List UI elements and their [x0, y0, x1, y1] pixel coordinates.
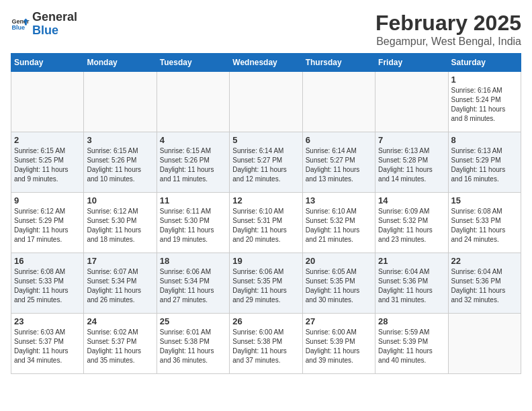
calendar-cell: 10Sunrise: 6:12 AM Sunset: 5:30 PM Dayli… [84, 193, 157, 253]
day-info: Sunrise: 6:15 AM Sunset: 5:26 PM Dayligh… [160, 146, 226, 184]
day-number: 17 [87, 256, 153, 266]
day-info: Sunrise: 6:07 AM Sunset: 5:34 PM Dayligh… [87, 267, 153, 305]
calendar-cell: 8Sunrise: 6:13 AM Sunset: 5:29 PM Daylig… [448, 132, 521, 193]
calendar-cell: 26Sunrise: 6:00 AM Sunset: 5:38 PM Dayli… [230, 314, 302, 374]
svg-text:Blue: Blue [11, 24, 25, 31]
day-of-week-header: Friday [375, 54, 448, 72]
day-info: Sunrise: 6:10 AM Sunset: 5:31 PM Dayligh… [232, 207, 299, 244]
day-info: Sunrise: 6:06 AM Sunset: 5:34 PM Dayligh… [160, 267, 226, 305]
calendar-cell: 11Sunrise: 6:11 AM Sunset: 5:30 PM Dayli… [157, 193, 229, 253]
day-number: 24 [87, 316, 153, 326]
logo: General Blue General Blue [11, 11, 77, 38]
day-info: Sunrise: 6:04 AM Sunset: 5:36 PM Dayligh… [378, 267, 445, 305]
day-number: 11 [160, 195, 226, 205]
day-info: Sunrise: 6:10 AM Sunset: 5:32 PM Dayligh… [306, 207, 372, 244]
calendar-cell: 5Sunrise: 6:14 AM Sunset: 5:27 PM Daylig… [230, 132, 302, 193]
day-number: 22 [451, 256, 518, 266]
calendar-cell: 25Sunrise: 6:01 AM Sunset: 5:38 PM Dayli… [157, 314, 229, 374]
day-of-week-header: Wednesday [230, 54, 302, 72]
calendar-cell: 3Sunrise: 6:15 AM Sunset: 5:26 PM Daylig… [84, 132, 157, 193]
calendar-table: SundayMondayTuesdayWednesdayThursdayFrid… [11, 53, 521, 374]
calendar-cell: 17Sunrise: 6:07 AM Sunset: 5:34 PM Dayli… [84, 253, 157, 314]
day-number: 6 [306, 135, 372, 145]
calendar-cell: 18Sunrise: 6:06 AM Sunset: 5:34 PM Dayli… [157, 253, 229, 314]
day-number: 10 [87, 195, 153, 205]
calendar-cell: 22Sunrise: 6:04 AM Sunset: 5:36 PM Dayli… [448, 253, 521, 314]
day-of-week-header: Saturday [448, 54, 521, 72]
day-info: Sunrise: 6:13 AM Sunset: 5:28 PM Dayligh… [378, 146, 445, 184]
calendar-cell [448, 314, 521, 374]
day-info: Sunrise: 6:14 AM Sunset: 5:27 PM Dayligh… [232, 146, 299, 184]
day-of-week-header: Thursday [302, 54, 375, 72]
day-number: 8 [451, 135, 518, 145]
day-info: Sunrise: 6:13 AM Sunset: 5:29 PM Dayligh… [451, 146, 518, 184]
day-number: 3 [87, 135, 153, 145]
day-number: 27 [306, 316, 372, 326]
header: General Blue General Blue February 2025 … [11, 11, 521, 48]
day-info: Sunrise: 6:08 AM Sunset: 5:33 PM Dayligh… [14, 267, 81, 305]
calendar-cell: 2Sunrise: 6:15 AM Sunset: 5:25 PM Daylig… [11, 132, 84, 193]
calendar-cell: 6Sunrise: 6:14 AM Sunset: 5:27 PM Daylig… [302, 132, 375, 193]
day-info: Sunrise: 6:16 AM Sunset: 5:24 PM Dayligh… [451, 86, 518, 124]
day-info: Sunrise: 5:59 AM Sunset: 5:39 PM Dayligh… [378, 328, 445, 365]
calendar-cell: 12Sunrise: 6:10 AM Sunset: 5:31 PM Dayli… [230, 193, 302, 253]
calendar-cell: 15Sunrise: 6:08 AM Sunset: 5:33 PM Dayli… [448, 193, 521, 253]
logo-text: General Blue [32, 11, 77, 38]
day-info: Sunrise: 6:12 AM Sunset: 5:30 PM Dayligh… [87, 207, 153, 244]
day-number: 23 [14, 316, 81, 326]
day-number: 26 [232, 316, 299, 326]
day-number: 4 [160, 135, 226, 145]
day-number: 2 [14, 135, 81, 145]
day-number: 13 [306, 195, 372, 205]
day-number: 19 [232, 256, 299, 266]
calendar-cell: 13Sunrise: 6:10 AM Sunset: 5:32 PM Dayli… [302, 193, 375, 253]
calendar-cell [11, 72, 84, 132]
day-number: 9 [14, 195, 81, 205]
day-info: Sunrise: 6:15 AM Sunset: 5:26 PM Dayligh… [87, 146, 153, 184]
calendar-cell: 4Sunrise: 6:15 AM Sunset: 5:26 PM Daylig… [157, 132, 229, 193]
week-row: 23Sunrise: 6:03 AM Sunset: 5:37 PM Dayli… [11, 314, 521, 374]
calendar-cell: 16Sunrise: 6:08 AM Sunset: 5:33 PM Dayli… [11, 253, 84, 314]
calendar-cell [84, 72, 157, 132]
calendar-cell [157, 72, 229, 132]
day-info: Sunrise: 6:15 AM Sunset: 5:25 PM Dayligh… [14, 146, 81, 184]
day-number: 12 [232, 195, 299, 205]
calendar-subtitle: Begampur, West Bengal, India [375, 36, 521, 48]
calendar-cell: 9Sunrise: 6:12 AM Sunset: 5:29 PM Daylig… [11, 193, 84, 253]
day-info: Sunrise: 6:00 AM Sunset: 5:39 PM Dayligh… [306, 328, 372, 365]
day-info: Sunrise: 6:08 AM Sunset: 5:33 PM Dayligh… [451, 207, 518, 244]
calendar-cell: 28Sunrise: 5:59 AM Sunset: 5:39 PM Dayli… [375, 314, 448, 374]
day-info: Sunrise: 6:02 AM Sunset: 5:37 PM Dayligh… [87, 328, 153, 365]
calendar-cell: 24Sunrise: 6:02 AM Sunset: 5:37 PM Dayli… [84, 314, 157, 374]
calendar-cell [230, 72, 302, 132]
day-number: 25 [160, 316, 226, 326]
day-info: Sunrise: 6:14 AM Sunset: 5:27 PM Dayligh… [306, 146, 372, 184]
day-number: 20 [306, 256, 372, 266]
calendar-cell [375, 72, 448, 132]
title-area: February 2025 Begampur, West Bengal, Ind… [375, 11, 521, 48]
day-info: Sunrise: 6:06 AM Sunset: 5:35 PM Dayligh… [232, 267, 299, 305]
calendar-cell: 14Sunrise: 6:09 AM Sunset: 5:32 PM Dayli… [375, 193, 448, 253]
day-info: Sunrise: 6:05 AM Sunset: 5:35 PM Dayligh… [306, 267, 372, 305]
day-number: 28 [378, 316, 445, 326]
day-number: 5 [232, 135, 299, 145]
day-number: 18 [160, 256, 226, 266]
day-of-week-header: Monday [84, 54, 157, 72]
calendar-cell: 1Sunrise: 6:16 AM Sunset: 5:24 PM Daylig… [448, 72, 521, 132]
day-of-week-header: Sunday [11, 54, 84, 72]
calendar-cell: 23Sunrise: 6:03 AM Sunset: 5:37 PM Dayli… [11, 314, 84, 374]
day-number: 15 [451, 195, 518, 205]
calendar-cell: 7Sunrise: 6:13 AM Sunset: 5:28 PM Daylig… [375, 132, 448, 193]
calendar-header-row: SundayMondayTuesdayWednesdayThursdayFrid… [11, 54, 521, 72]
day-info: Sunrise: 6:12 AM Sunset: 5:29 PM Dayligh… [14, 207, 81, 244]
day-of-week-header: Tuesday [157, 54, 229, 72]
week-row: 16Sunrise: 6:08 AM Sunset: 5:33 PM Dayli… [11, 253, 521, 314]
day-number: 7 [378, 135, 445, 145]
day-info: Sunrise: 6:09 AM Sunset: 5:32 PM Dayligh… [378, 207, 445, 244]
calendar-cell: 19Sunrise: 6:06 AM Sunset: 5:35 PM Dayli… [230, 253, 302, 314]
day-info: Sunrise: 6:01 AM Sunset: 5:38 PM Dayligh… [160, 328, 226, 365]
day-info: Sunrise: 6:03 AM Sunset: 5:37 PM Dayligh… [14, 328, 81, 365]
week-row: 2Sunrise: 6:15 AM Sunset: 5:25 PM Daylig… [11, 132, 521, 193]
calendar-title: February 2025 [375, 11, 521, 36]
day-info: Sunrise: 6:04 AM Sunset: 5:36 PM Dayligh… [451, 267, 518, 305]
